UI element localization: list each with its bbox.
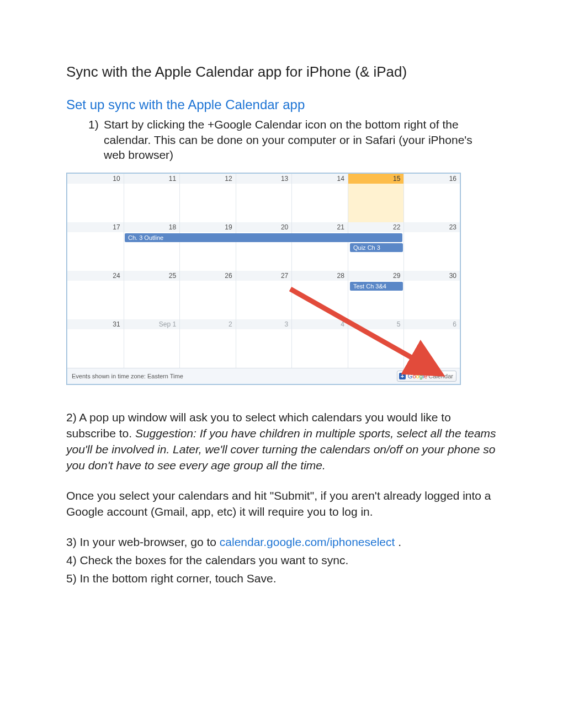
step-3: 3) In your web-browser, go to calendar.g… [66, 534, 497, 550]
calendar-day: 20 [236, 222, 292, 271]
plus-icon: + [399, 373, 406, 379]
day-number: 18 [124, 222, 180, 232]
day-number: 29 [348, 271, 404, 281]
calendar-day: 14 [291, 174, 348, 222]
calendar-day: 12 [179, 174, 236, 222]
calendar-grid: 1011121314151617181920212223242526272829… [67, 174, 460, 368]
day-number: 15 [348, 174, 404, 184]
calendar-day: 18 [124, 222, 180, 271]
calendar-day: 30 [403, 271, 460, 319]
step-1-number: 1) [88, 117, 104, 132]
calendar-day: 6 [403, 319, 460, 368]
day-number: 31 [67, 319, 124, 329]
day-number: 30 [404, 271, 460, 281]
submit-paragraph: Once you select your calendars and hit "… [66, 488, 497, 520]
calendar-day: 16 [403, 174, 460, 222]
calendar-day: 23 [403, 222, 460, 271]
event-quiz: Quiz Ch 3 [350, 243, 403, 252]
step-1-text-line3: web browser) [88, 147, 497, 163]
calendar-day: 13 [236, 174, 292, 222]
day-number: 20 [236, 222, 292, 232]
step-1-text-line2: calendar. This can be done on your compu… [88, 132, 497, 148]
step-2: 2) A pop up window will ask you to selec… [66, 410, 497, 474]
calendar-day: Sep 1 [124, 319, 180, 368]
day-number: 4 [292, 319, 348, 329]
calendar-day: 11 [124, 174, 180, 222]
day-number: 14 [292, 174, 348, 184]
day-number: 23 [404, 222, 460, 232]
add-google-calendar-button[interactable]: + Google Calendar [397, 371, 456, 382]
day-number: 13 [236, 174, 292, 184]
step-5: 5) In the bottom right corner, touch Sav… [66, 571, 497, 587]
calendar-day: 25 [124, 271, 180, 319]
day-number: 28 [292, 271, 348, 281]
day-number: 16 [404, 174, 460, 184]
day-number: 10 [67, 174, 124, 184]
day-number: 6 [404, 319, 460, 329]
calendar-footer: Events shown in time zone: Eastern Time … [67, 368, 460, 384]
day-number: 11 [124, 174, 180, 184]
day-number: 21 [292, 222, 348, 232]
calendar-day: 29 [348, 271, 404, 319]
day-number: 26 [180, 271, 236, 281]
calendar-day: 17 [67, 222, 124, 271]
calendar-day: 15 [348, 174, 404, 222]
calendar-day: 26 [179, 271, 236, 319]
event-test: Test Ch 3&4 [350, 282, 403, 291]
day-number: 2 [180, 319, 236, 329]
calendar-day: 21 [291, 222, 348, 271]
step-1: 1)Start by clicking the +Google Calendar… [66, 117, 497, 163]
day-number: 24 [67, 271, 124, 281]
section-heading: Set up sync with the Apple Calendar app [66, 97, 497, 113]
day-number: 27 [236, 271, 292, 281]
timezone-label: Events shown in time zone: Eastern Time [72, 373, 183, 379]
google-calendar-suffix: Calendar [428, 373, 453, 379]
step-1-text-line1: Start by clicking the +Google Calendar i… [104, 118, 459, 131]
day-number: Sep 1 [124, 319, 180, 329]
google-calendar-brand: Google [408, 373, 428, 379]
page-title: Sync with the Apple Calendar app for iPh… [66, 63, 497, 81]
iphoneselect-link[interactable]: calendar.google.com/iphoneselect [220, 536, 395, 548]
day-number: 17 [67, 222, 124, 232]
calendar-day: 5 [348, 319, 404, 368]
calendar-day: 10 [67, 174, 124, 222]
calendar-day: 24 [67, 271, 124, 319]
calendar-day: 31 [67, 319, 124, 368]
calendar-day: 2 [179, 319, 236, 368]
day-number: 19 [180, 222, 236, 232]
calendar-day: 4 [291, 319, 348, 368]
calendar-day: 27 [236, 271, 292, 319]
calendar-day: 3 [236, 319, 292, 368]
day-number: 5 [348, 319, 404, 329]
event-outline: Ch. 3 Outline [125, 233, 402, 242]
calendar-day: 19 [179, 222, 236, 271]
day-number: 25 [124, 271, 180, 281]
day-number: 22 [348, 222, 404, 232]
calendar-screenshot: 1011121314151617181920212223242526272829… [66, 173, 461, 385]
calendar-day: 28 [291, 271, 348, 319]
day-number: 3 [236, 319, 292, 329]
step-4: 4) Check the boxes for the calendars you… [66, 553, 497, 569]
day-number: 12 [180, 174, 236, 184]
